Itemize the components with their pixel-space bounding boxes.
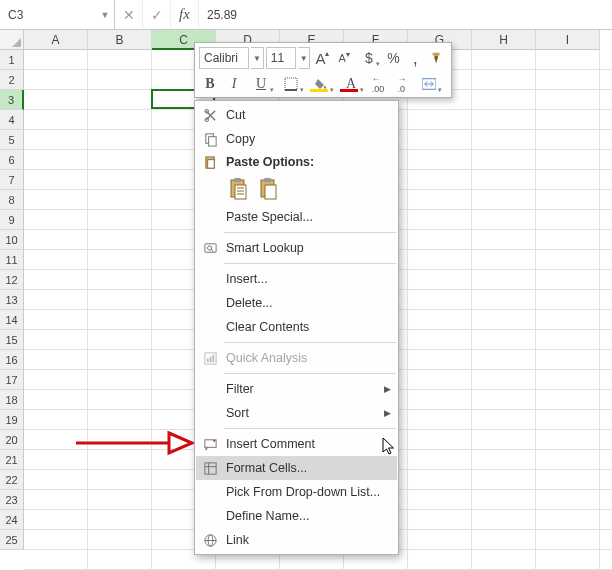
menu-label: Define Name... (222, 509, 391, 523)
row-header[interactable]: 11 (0, 250, 24, 270)
column-header[interactable]: H (472, 30, 536, 50)
percent-format-button[interactable]: % (383, 47, 403, 69)
row-header[interactable]: 22 (0, 470, 24, 490)
submenu-arrow-icon: ▶ (384, 408, 391, 418)
menu-item-insert-comment[interactable]: Insert Comment (196, 432, 397, 456)
fill-color-button[interactable] (307, 73, 335, 95)
comma-format-button[interactable]: , (405, 47, 425, 69)
menu-label: Insert Comment (222, 437, 391, 451)
svg-rect-10 (207, 159, 214, 167)
row-header[interactable]: 10 (0, 230, 24, 250)
row-header[interactable]: 24 (0, 510, 24, 530)
menu-label: Quick Analysis (222, 351, 391, 365)
decrease-font-size-button[interactable]: A▾ (334, 47, 354, 69)
format-painter-button[interactable] (427, 47, 447, 69)
check-icon: ✓ (151, 7, 163, 23)
borders-button[interactable] (277, 73, 305, 95)
quick-analysis-icon (198, 351, 222, 366)
increase-font-size-button[interactable]: A▴ (312, 47, 332, 69)
svg-rect-18 (264, 178, 271, 182)
merge-center-button[interactable] (415, 73, 443, 95)
font-name-combo[interactable] (199, 47, 249, 69)
fx-icon: fx (179, 6, 190, 23)
name-box[interactable] (0, 0, 96, 29)
svg-rect-12 (234, 178, 241, 182)
dollar-icon: $ (365, 50, 373, 66)
row-header[interactable]: 9 (0, 210, 24, 230)
row-header[interactable]: 15 (0, 330, 24, 350)
menu-item-clear-contents[interactable]: Clear Contents (196, 315, 397, 339)
menu-separator (224, 263, 396, 264)
menu-item-format-cells[interactable]: Format Cells... (196, 456, 397, 480)
row-header[interactable]: 17 (0, 370, 24, 390)
menu-label: Format Cells... (222, 461, 391, 475)
menu-label: Smart Lookup (222, 241, 391, 255)
row-header[interactable]: 25 (0, 530, 24, 550)
row-headers: 1234567891011121314151617181920212223242… (0, 50, 24, 550)
menu-item-pick-from-dropdown[interactable]: Pick From Drop-down List... (196, 480, 397, 504)
menu-label: Paste Options: (222, 155, 391, 169)
name-box-dropdown[interactable]: ▼ (96, 0, 114, 29)
select-all-corner[interactable] (0, 30, 24, 50)
menu-item-filter[interactable]: Filter ▶ (196, 377, 397, 401)
insert-function-button[interactable]: fx (171, 0, 199, 29)
row-header[interactable]: 12 (0, 270, 24, 290)
decrease-font-icon: A (339, 52, 346, 64)
font-size-combo[interactable] (266, 47, 296, 69)
bold-icon: B (205, 76, 214, 92)
row-header[interactable]: 2 (0, 70, 24, 90)
column-header[interactable]: B (88, 30, 152, 50)
menu-item-sort[interactable]: Sort ▶ (196, 401, 397, 425)
row-header[interactable]: 23 (0, 490, 24, 510)
menu-item-quick-analysis: Quick Analysis (196, 346, 397, 370)
menu-item-define-name[interactable]: Define Name... (196, 504, 397, 528)
row-header[interactable]: 21 (0, 450, 24, 470)
paste-option-default[interactable] (226, 175, 252, 203)
underline-button[interactable]: U (247, 73, 275, 95)
row-header[interactable]: 6 (0, 150, 24, 170)
smart-lookup-icon (198, 241, 222, 256)
menu-item-link[interactable]: Link (196, 528, 397, 552)
row-header[interactable]: 18 (0, 390, 24, 410)
font-name-dropdown[interactable]: ▼ (251, 47, 264, 69)
column-header[interactable]: I (536, 30, 600, 50)
menu-item-copy[interactable]: Copy (196, 127, 397, 151)
font-color-button[interactable]: A (337, 73, 365, 95)
row-header[interactable]: 14 (0, 310, 24, 330)
formula-input[interactable] (199, 0, 612, 29)
row-header[interactable]: 3 (0, 90, 24, 110)
accept-formula-button[interactable]: ✓ (143, 0, 171, 29)
link-icon (198, 533, 222, 548)
scissors-icon (198, 108, 222, 123)
underline-icon: U (256, 76, 266, 92)
cancel-formula-button[interactable]: ✕ (115, 0, 143, 29)
menu-item-smart-lookup[interactable]: Smart Lookup (196, 236, 397, 260)
menu-separator (224, 342, 396, 343)
menu-item-insert[interactable]: Insert... (196, 267, 397, 291)
currency-format-button[interactable]: $ (356, 47, 381, 69)
increase-decimal-button[interactable]: →.0 (391, 73, 413, 95)
paste-option-values[interactable] (256, 175, 282, 203)
menu-item-cut[interactable]: Cut (196, 103, 397, 127)
row-header[interactable]: 7 (0, 170, 24, 190)
font-size-dropdown[interactable]: ▼ (298, 47, 311, 69)
submenu-arrow-icon: ▶ (384, 384, 391, 394)
menu-header-paste-options: Paste Options: (196, 151, 397, 173)
row-header[interactable]: 4 (0, 110, 24, 130)
row-header[interactable]: 13 (0, 290, 24, 310)
row-header[interactable]: 19 (0, 410, 24, 430)
row-header[interactable]: 1 (0, 50, 24, 70)
decrease-decimal-button[interactable]: ←.00 (367, 73, 389, 95)
menu-item-delete[interactable]: Delete... (196, 291, 397, 315)
row-header[interactable]: 5 (0, 130, 24, 150)
row-header[interactable]: 16 (0, 350, 24, 370)
svg-rect-29 (204, 462, 215, 473)
bold-button[interactable]: B (199, 73, 221, 95)
row-header[interactable]: 8 (0, 190, 24, 210)
italic-button[interactable]: I (223, 73, 245, 95)
menu-item-paste-special[interactable]: Paste Special... (196, 205, 397, 229)
svg-rect-9 (207, 155, 212, 158)
increase-font-icon: A (315, 50, 325, 67)
row-header[interactable]: 20 (0, 430, 24, 450)
column-header[interactable]: A (24, 30, 88, 50)
